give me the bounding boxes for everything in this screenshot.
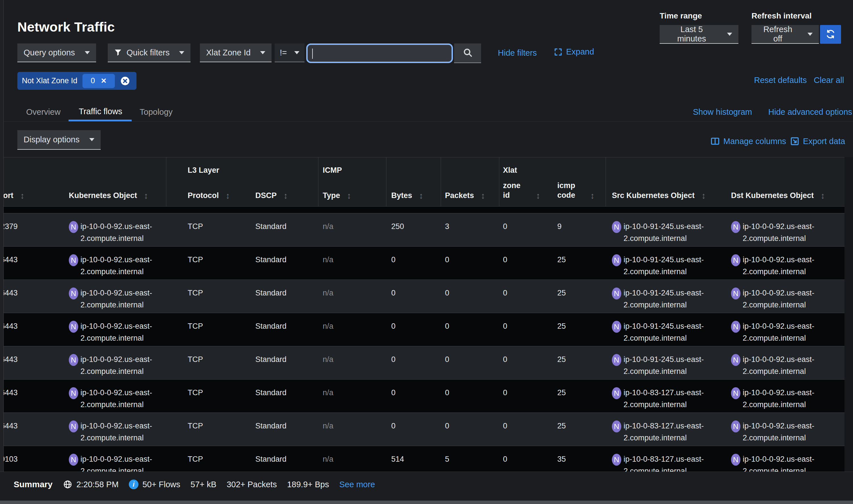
column-header-src-kubernetes-object[interactable]: Src Kubernetes Object↕: [606, 191, 728, 206]
filter-operator-dropdown[interactable]: !=: [275, 43, 304, 62]
column-header-xlat-icmp-code[interactable]: icmp code↕: [552, 181, 606, 206]
cell-kubernetes-object[interactable]: N ip-10-0-0-92.us-east-2.compute.interna…: [51, 213, 166, 246]
refresh-now-button[interactable]: [820, 25, 841, 44]
column-header-dscp[interactable]: DSCP↕: [250, 191, 318, 206]
cell-port: 6443: [0, 280, 51, 313]
filter-search-input[interactable]: [306, 43, 453, 63]
cell-bytes: 0: [386, 280, 441, 313]
cell-dst-kubernetes-object[interactable]: N ip-10-0-0-92.us-east-2.compute.interna…: [728, 247, 845, 280]
cell-dst-kubernetes-object[interactable]: N ip-10-0-0-92.us-east-2.compute.interna…: [728, 346, 845, 379]
cell-xlat-zone-id: 0: [499, 313, 552, 346]
expand-link[interactable]: Expand: [554, 47, 594, 56]
show-histogram-link[interactable]: Show histogram: [693, 107, 752, 117]
column-header-bytes[interactable]: Bytes↕: [386, 191, 441, 206]
tab-overview[interactable]: Overview: [26, 107, 60, 117]
table-row[interactable]: 6443 N ip-10-0-0-92.us-east-2.compute.in…: [0, 280, 845, 313]
sort-icon[interactable]: ↕: [821, 192, 825, 200]
query-options-dropdown[interactable]: Query options: [17, 43, 96, 62]
table-row[interactable]: 6443 N ip-10-0-0-92.us-east-2.compute.in…: [0, 246, 845, 280]
manage-columns-link[interactable]: Manage columns: [710, 137, 786, 146]
cell-port: 6443: [0, 247, 51, 280]
cell-kubernetes-object[interactable]: N ip-10-0-0-92.us-east-2.compute.interna…: [51, 446, 166, 472]
active-tab-underline: [69, 120, 132, 121]
clear-all-link[interactable]: Clear all: [814, 76, 844, 85]
node-badge-icon: N: [612, 321, 621, 333]
cell-dst-kubernetes-object[interactable]: N ip-10-0-0-92.us-east-2.compute.interna…: [728, 280, 845, 313]
column-divider: [499, 157, 499, 206]
clear-chip-group-icon[interactable]: [120, 76, 130, 86]
cell-src-kubernetes-object[interactable]: N ip-10-0-83-127.us-east-2.compute.inter…: [606, 446, 728, 472]
cell-src-kubernetes-object[interactable]: N ip-10-0-83-127.us-east-2.compute.inter…: [606, 413, 728, 446]
column-header-icmp-type[interactable]: Type↕: [318, 191, 386, 206]
cell-xlat-zone-id: 0: [499, 213, 552, 246]
cell-src-kubernetes-object[interactable]: N ip-10-0-91-245.us-east-2.compute.inter…: [606, 280, 728, 313]
table-row[interactable]: 6443 N ip-10-0-0-92.us-east-2.compute.in…: [0, 413, 845, 446]
summary-label: Summary: [14, 480, 53, 489]
refresh-interval-dropdown[interactable]: Refresh off: [751, 25, 819, 44]
sort-icon[interactable]: ↕: [144, 192, 148, 200]
table-body: 2379 N ip-10-0-0-92.us-east-2.compute.in…: [0, 213, 845, 472]
tab-topology[interactable]: Topology: [140, 107, 173, 117]
table-row[interactable]: 6443 N ip-10-0-0-92.us-east-2.compute.in…: [0, 346, 845, 379]
search-button[interactable]: [454, 43, 481, 63]
see-more-link[interactable]: See more: [339, 480, 375, 489]
cell-packets: 0: [441, 380, 499, 413]
cell-src-kubernetes-object[interactable]: N ip-10-0-91-245.us-east-2.compute.inter…: [606, 247, 728, 280]
node-badge-icon: N: [69, 288, 78, 300]
quick-filters-dropdown[interactable]: Quick filters: [108, 43, 191, 62]
cell-bytes: 250: [386, 213, 441, 246]
tab-traffic-flows[interactable]: Traffic flows: [79, 107, 122, 116]
cell-kubernetes-object[interactable]: N ip-10-0-0-92.us-east-2.compute.interna…: [51, 280, 166, 313]
cell-src-kubernetes-object[interactable]: N ip-10-0-91-245.us-east-2.compute.inter…: [606, 213, 728, 246]
filter-operator-value: !=: [280, 48, 287, 57]
cell-dst-kubernetes-object[interactable]: N ip-10-0-0-92.us-east-2.compute.interna…: [728, 213, 845, 246]
table-row[interactable]: 9103 N ip-10-0-0-92.us-east-2.compute.in…: [0, 446, 845, 472]
cell-dscp: Standard: [250, 313, 318, 346]
cell-dst-kubernetes-object[interactable]: N ip-10-0-0-92.us-east-2.compute.interna…: [728, 446, 845, 472]
sort-icon[interactable]: ↕: [536, 192, 540, 200]
cell-kubernetes-object[interactable]: N ip-10-0-0-92.us-east-2.compute.interna…: [51, 247, 166, 280]
filter-funnel-icon: [114, 49, 122, 56]
cell-dst-kubernetes-object[interactable]: N ip-10-0-0-92.us-east-2.compute.interna…: [728, 313, 845, 346]
refresh-interval-value: Refresh off: [758, 25, 798, 43]
filter-field-dropdown[interactable]: Xlat Zone Id: [200, 43, 272, 62]
sort-icon[interactable]: ↕: [20, 192, 24, 200]
column-header-dst-kubernetes-object[interactable]: Dst Kubernetes Object↕: [728, 191, 845, 206]
sort-icon[interactable]: ↕: [701, 192, 706, 200]
sort-icon[interactable]: ↕: [347, 192, 351, 200]
cell-dst-kubernetes-object[interactable]: N ip-10-0-0-92.us-east-2.compute.interna…: [728, 413, 845, 446]
cell-src-kubernetes-object[interactable]: N ip-10-0-91-245.us-east-2.compute.inter…: [606, 313, 728, 346]
reset-defaults-link[interactable]: Reset defaults: [754, 76, 807, 85]
sort-icon[interactable]: ↕: [481, 192, 485, 200]
cell-kubernetes-object[interactable]: N ip-10-0-0-92.us-east-2.compute.interna…: [51, 346, 166, 379]
cell-kubernetes-object[interactable]: N ip-10-0-0-92.us-east-2.compute.interna…: [51, 313, 166, 346]
table-row[interactable]: 2379 N ip-10-0-0-92.us-east-2.compute.in…: [0, 213, 845, 246]
cell-dst-kubernetes-object[interactable]: N ip-10-0-0-92.us-east-2.compute.interna…: [728, 380, 845, 413]
cell-dscp: Standard: [250, 346, 318, 379]
table-row[interactable]: 6443 N ip-10-0-0-92.us-east-2.compute.in…: [0, 379, 845, 413]
column-header-kubernetes-object[interactable]: Kubernetes Object↕: [51, 191, 166, 206]
filter-chip-group: Not Xlat Zone Id 0 ✕: [17, 72, 137, 90]
sort-icon[interactable]: ↕: [419, 192, 423, 200]
filter-chip-value[interactable]: 0 ✕: [83, 74, 115, 88]
sort-icon[interactable]: ↕: [283, 192, 288, 200]
sort-icon[interactable]: ↕: [226, 192, 230, 200]
display-options-dropdown[interactable]: Display options: [17, 130, 101, 150]
column-header-port[interactable]: Port↕: [0, 191, 51, 206]
export-data-link[interactable]: Export data: [790, 137, 845, 146]
cell-src-kubernetes-object[interactable]: N ip-10-0-83-127.us-east-2.compute.inter…: [606, 380, 728, 413]
hide-advanced-options-link[interactable]: Hide advanced options: [768, 107, 852, 117]
cell-src-kubernetes-object[interactable]: N ip-10-0-91-245.us-east-2.compute.inter…: [606, 346, 728, 379]
info-icon[interactable]: i: [129, 480, 138, 489]
time-range-dropdown[interactable]: Last 5 minutes: [660, 25, 738, 44]
column-header-protocol[interactable]: Protocol↕: [166, 191, 250, 206]
cell-kubernetes-object[interactable]: N ip-10-0-0-92.us-east-2.compute.interna…: [51, 380, 166, 413]
hide-filters-link[interactable]: Hide filters: [498, 48, 537, 58]
column-header-xlat-zone-id[interactable]: zone id↕: [499, 181, 552, 206]
table-row[interactable]: 6443 N ip-10-0-0-92.us-east-2.compute.in…: [0, 313, 845, 346]
close-icon[interactable]: ✕: [101, 77, 107, 85]
sort-icon[interactable]: ↕: [590, 192, 594, 200]
horizontal-scrollbar[interactable]: [0, 501, 853, 504]
cell-kubernetes-object[interactable]: N ip-10-0-0-92.us-east-2.compute.interna…: [51, 413, 166, 446]
column-header-packets[interactable]: Packets↕: [441, 191, 499, 206]
